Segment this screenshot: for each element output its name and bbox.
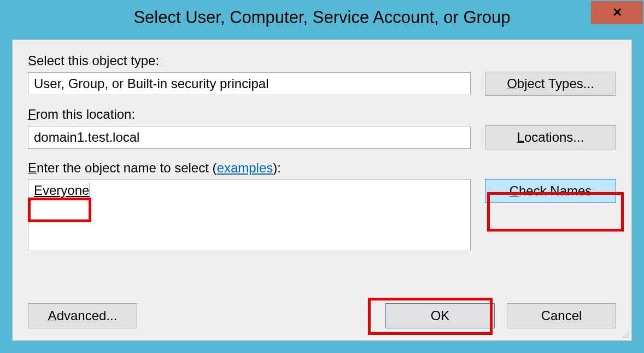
resize-grip-icon[interactable] bbox=[620, 329, 629, 338]
object-types-button[interactable]: Object Types... bbox=[485, 72, 616, 96]
client-area: Select this object type: User, Group, or… bbox=[12, 39, 632, 341]
svg-point-1 bbox=[625, 334, 627, 335]
text-cursor-icon bbox=[90, 183, 90, 198]
location-label: From this location: bbox=[28, 107, 616, 122]
location-label-accel: F bbox=[28, 107, 36, 121]
advanced-button-accel: A bbox=[48, 308, 57, 323]
close-button[interactable]: ✕ bbox=[591, 1, 643, 24]
location-value: domain1.test.local bbox=[34, 130, 139, 145]
svg-point-4 bbox=[625, 337, 627, 338]
location-row: domain1.test.local Locations... bbox=[28, 125, 616, 149]
object-name-label-end: ): bbox=[273, 160, 281, 175]
window-title: Select User, Computer, Service Account, … bbox=[133, 8, 510, 27]
location-field: domain1.test.local bbox=[28, 126, 471, 149]
object-type-label-accel: S bbox=[28, 53, 37, 68]
advanced-button[interactable]: Advanced... bbox=[28, 303, 137, 328]
object-name-row: Everyone Check Names bbox=[28, 179, 616, 251]
ok-button[interactable]: OK bbox=[385, 303, 495, 328]
dialog-window: Select User, Computer, Service Account, … bbox=[0, 0, 644, 353]
object-type-value: User, Group, or Built-in security princi… bbox=[34, 76, 269, 91]
ok-button-text: OK bbox=[431, 308, 450, 323]
object-name-input[interactable]: Everyone bbox=[28, 179, 471, 251]
object-type-label: Select this object type: bbox=[28, 53, 616, 68]
close-icon: ✕ bbox=[612, 5, 622, 20]
object-types-button-text: bject Types... bbox=[517, 76, 594, 91]
bottom-button-row: Advanced... OK Cancel bbox=[28, 303, 616, 328]
check-names-button-accel: C bbox=[510, 183, 519, 198]
examples-link[interactable]: examples bbox=[217, 160, 273, 175]
cancel-button-text: Cancel bbox=[541, 308, 582, 323]
locations-button-accel: L bbox=[517, 130, 524, 144]
object-type-row: User, Group, or Built-in security princi… bbox=[28, 72, 616, 96]
check-names-button-text: heck Names bbox=[519, 183, 592, 198]
object-type-field: User, Group, or Built-in security princi… bbox=[28, 72, 471, 95]
object-types-button-accel: O bbox=[507, 76, 517, 91]
svg-point-5 bbox=[628, 337, 629, 338]
svg-point-2 bbox=[628, 334, 629, 335]
location-label-text: rom this location: bbox=[36, 107, 135, 121]
advanced-button-text: dvanced... bbox=[57, 308, 118, 323]
object-name-label-text: nter the object name to select ( bbox=[37, 160, 217, 175]
object-name-label: Enter the object name to select (example… bbox=[28, 160, 616, 176]
check-names-button[interactable]: Check Names bbox=[485, 179, 616, 203]
object-type-label-text: elect this object type: bbox=[37, 53, 159, 68]
object-name-value: Everyone bbox=[34, 183, 89, 198]
svg-point-0 bbox=[628, 332, 629, 333]
locations-button-text: ocations... bbox=[524, 130, 584, 144]
cancel-button[interactable]: Cancel bbox=[507, 303, 616, 328]
svg-point-3 bbox=[623, 337, 624, 338]
titlebar: Select User, Computer, Service Account, … bbox=[1, 1, 643, 34]
object-name-label-accel: E bbox=[28, 160, 37, 175]
locations-button[interactable]: Locations... bbox=[485, 125, 616, 149]
